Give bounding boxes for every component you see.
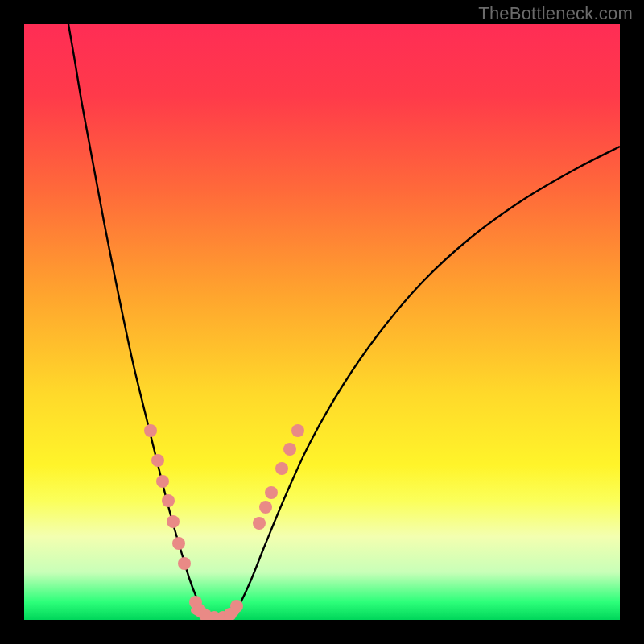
- right-curve: [232, 147, 620, 616]
- data-dot: [253, 517, 266, 530]
- data-dot: [162, 494, 175, 507]
- curve-layer: [24, 24, 620, 620]
- dot-layer: [144, 424, 304, 620]
- data-dot: [283, 443, 296, 456]
- plot-frame: [24, 24, 620, 620]
- data-dot: [230, 600, 243, 613]
- data-dot: [151, 454, 164, 467]
- data-dot: [265, 486, 278, 499]
- data-dot: [275, 462, 288, 475]
- watermark-text: TheBottleneck.com: [478, 3, 633, 24]
- data-dot: [172, 537, 185, 550]
- data-dot: [259, 501, 272, 514]
- left-curve: [68, 24, 208, 616]
- data-dot: [156, 475, 169, 488]
- data-dot: [178, 557, 191, 570]
- data-dot: [144, 424, 157, 437]
- data-dot: [291, 424, 304, 437]
- data-dot: [167, 515, 180, 528]
